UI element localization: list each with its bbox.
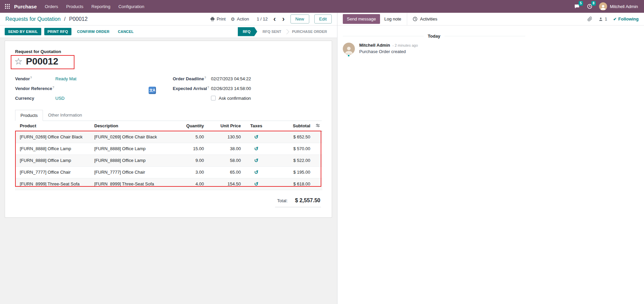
vendor-label: Vendor? — [15, 76, 55, 81]
table-row[interactable]: [FURN_8888] Office Lamp [FURN_8888] Offi… — [15, 143, 322, 155]
apps-menu-button[interactable] — [2, 0, 13, 13]
table-header-row: Product Description Quantity Unit Price … — [15, 121, 322, 131]
header-product[interactable]: Product — [15, 121, 92, 131]
followers-button[interactable]: 1 — [598, 16, 607, 21]
cell-product: [FURN_8888] Office Lamp — [15, 155, 92, 166]
print-rfq-button[interactable]: PRINT RFQ — [44, 28, 71, 35]
cancel-button[interactable]: CANCEL — [115, 28, 136, 35]
vendor-reference-label-text: Vendor Reference — [15, 86, 52, 91]
following-check-icon: ✔ — [613, 17, 616, 21]
following-button[interactable]: ✔ Following — [613, 16, 639, 21]
cell-subtotal: $ 652.50 — [269, 131, 313, 143]
edit-button[interactable]: Edit — [314, 14, 332, 24]
menu-configuration[interactable]: Configuration — [114, 0, 148, 13]
sheet-type-label: Request for Quotation — [15, 49, 322, 54]
cell-quantity: 3.00 — [175, 166, 207, 178]
header-taxes[interactable]: Taxes — [244, 121, 269, 131]
chatter-topbar-right: 1 ✔ Following — [587, 16, 639, 21]
vendor-link[interactable]: Ready Mat — [55, 76, 76, 81]
action-button[interactable]: ⚙ Action — [231, 16, 249, 21]
breadcrumb-current: P00012 — [69, 16, 88, 22]
expected-arrival-label-text: Expected Arrival — [173, 86, 207, 91]
statusbar: SEND BY EMAIL PRINT RFQ CONFIRM ORDER CA… — [0, 26, 337, 38]
taxes-history-icon[interactable]: ↺ — [254, 158, 259, 163]
chatter-panel: Send message Log note Activities — [337, 13, 644, 304]
table-row[interactable]: [FURN_8999] Three-Seat Sofa [FURN_8999] … — [15, 178, 322, 190]
help-marker: ? — [204, 76, 206, 79]
navbar-systray: 5 8 Mitchell Admin — [571, 0, 641, 13]
top-navbar: Purchase Orders Products Reporting Confi… — [0, 0, 644, 13]
total-value: $ 2,557.50 — [295, 198, 320, 204]
breadcrumb-parent-link[interactable]: Requests for Quotation — [5, 16, 61, 22]
control-panel-actions: Print ⚙ Action 1 / 12 ‹ › New Edit — [210, 14, 332, 24]
ask-confirmation-checkbox[interactable] — [211, 96, 216, 100]
expected-arrival-label: Expected Arrival? — [173, 86, 211, 91]
print-button[interactable]: Print — [210, 16, 226, 21]
app-name[interactable]: Purchase — [14, 4, 37, 9]
pager-value[interactable]: 1 / 12 — [257, 16, 268, 21]
schedule-activity-button[interactable]: Activities — [409, 14, 441, 24]
header-quantity[interactable]: Quantity — [175, 121, 207, 131]
help-marker: ? — [207, 86, 209, 89]
cell-subtotal: $ 618.00 — [269, 178, 313, 190]
cell-description: [FURN_8888] Office Lamp — [92, 143, 175, 155]
form-fields: Vendor? Ready Mat Vendor Reference? Curr… — [15, 74, 322, 103]
user-name: Mitchell Admin — [610, 4, 638, 9]
record-title: P00012 — [26, 56, 58, 67]
apps-grid-icon — [5, 4, 10, 9]
activities-systray-button[interactable]: 8 — [584, 0, 596, 13]
currency-link[interactable]: USD — [55, 96, 64, 101]
header-unit-price[interactable]: Unit Price — [207, 121, 244, 131]
order-deadline-label: Order Deadline? — [173, 76, 211, 81]
menu-products[interactable]: Products — [62, 0, 87, 13]
pager-previous-button[interactable]: ‹ — [273, 15, 276, 23]
topbar-divider — [407, 13, 407, 26]
user-avatar — [599, 2, 607, 10]
message-author[interactable]: Mitchell Admin — [359, 43, 390, 48]
optional-columns-icon[interactable] — [316, 123, 320, 128]
translate-icon[interactable]: 文A — [149, 87, 156, 94]
table-row[interactable]: [FURN_8888] Office Lamp [FURN_8888] Offi… — [15, 155, 322, 166]
stage-rfq-sent[interactable]: RFQ SENT — [257, 27, 287, 36]
stage-rfq[interactable]: RFQ — [238, 27, 257, 36]
order-deadline-field: Order Deadline? 02/27/2023 04:54:22 — [173, 74, 322, 84]
order-deadline-label-text: Order Deadline — [173, 76, 204, 81]
table-row[interactable]: [FURN_7777] Office Chair [FURN_7777] Off… — [15, 166, 322, 178]
tab-other-information[interactable]: Other Information — [43, 110, 87, 121]
taxes-history-icon[interactable]: ↺ — [254, 181, 259, 187]
favorite-star-icon[interactable]: ☆ — [14, 57, 22, 66]
table-row[interactable]: [FURN_0269] Office Chair Black [FURN_026… — [15, 131, 322, 143]
send-by-email-button[interactable]: SEND BY EMAIL — [5, 28, 41, 35]
taxes-history-icon[interactable]: ↺ — [254, 146, 259, 151]
message-time: - 2 minutes ago — [392, 43, 418, 47]
online-status-dot — [347, 54, 350, 57]
header-description[interactable]: Description — [92, 121, 175, 131]
cell-subtotal: $ 522.00 — [269, 155, 313, 166]
taxes-history-icon[interactable]: ↺ — [254, 134, 259, 140]
cell-subtotal: $ 570.00 — [269, 143, 313, 155]
sheet-area: Request for Quotation ☆ P00012 Vendor? R… — [0, 38, 337, 304]
taxes-history-icon[interactable]: ↺ — [254, 169, 259, 175]
chatter-message: Mitchell Admin - 2 minutes ago Purchase … — [343, 43, 525, 55]
confirm-order-button[interactable]: CONFIRM ORDER — [74, 28, 112, 35]
control-panel: Requests for Quotation / P00012 Print ⚙ … — [0, 13, 337, 26]
new-button[interactable]: New — [290, 14, 309, 24]
expected-arrival-value: 02/26/2023 14:58:00 — [211, 86, 251, 91]
ask-confirmation-label: Ask confirmation — [219, 96, 251, 101]
tab-products[interactable]: Products — [15, 110, 43, 121]
header-subtotal[interactable]: Subtotal — [269, 121, 313, 131]
pager-next-button[interactable]: › — [281, 15, 285, 23]
stage-purchase-order[interactable]: PURCHASE ORDER — [286, 27, 332, 36]
user-menu[interactable]: Mitchell Admin — [596, 2, 641, 10]
activities-badge: 8 — [591, 1, 596, 6]
status-pipeline: RFQ RFQ SENT PURCHASE ORDER — [238, 27, 332, 36]
total-label: Total: — [277, 198, 287, 203]
cell-product: [FURN_7777] Office Chair — [15, 166, 92, 178]
send-message-button[interactable]: Send message — [343, 14, 380, 24]
log-note-button[interactable]: Log note — [380, 14, 406, 24]
cell-unit-price: 154.50 — [207, 178, 244, 190]
menu-orders[interactable]: Orders — [41, 0, 62, 13]
attachments-button[interactable] — [587, 16, 592, 21]
messages-button[interactable]: 5 — [571, 0, 583, 13]
menu-reporting[interactable]: Reporting — [88, 0, 114, 13]
